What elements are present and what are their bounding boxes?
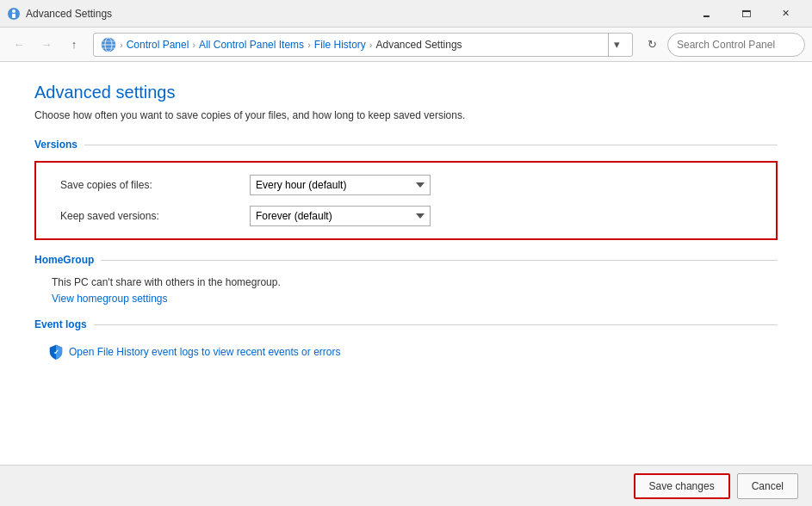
homegroup-text: This PC can't share with others in the h… <box>48 276 764 288</box>
breadcrumb-file-history[interactable]: File History <box>314 39 366 51</box>
save-copies-row: Save copies of files: Every 10 minutes E… <box>60 170 752 201</box>
event-logs-divider <box>94 324 778 325</box>
search-input[interactable] <box>667 33 805 57</box>
breadcrumb-all-items[interactable]: All Control Panel Items <box>199 39 304 51</box>
save-copies-label: Save copies of files: <box>60 179 250 191</box>
breadcrumb-advanced-settings: Advanced Settings <box>375 39 462 51</box>
shield-icon: ✓ <box>48 344 64 360</box>
save-copies-select[interactable]: Every 10 minutes Every 15 minutes Every … <box>250 175 431 195</box>
crumb-sep-0: › <box>120 40 123 50</box>
breadcrumb-control-panel[interactable]: Control Panel <box>127 39 189 51</box>
event-logs-label: Event logs <box>34 318 87 330</box>
maximize-button[interactable]: 🗖 <box>726 0 766 28</box>
event-logs-section: Event logs ✓ Open File History event log… <box>34 318 778 363</box>
homegroup-section-header: HomeGroup <box>34 254 778 266</box>
crumb-sep-2: › <box>307 40 311 50</box>
keep-versions-select[interactable]: 1 month 3 months 6 months 9 months 1 yea… <box>250 206 431 226</box>
page-title: Advanced settings <box>34 83 778 102</box>
up-button[interactable]: ↑ <box>62 33 86 57</box>
nav-bar: ← → ↑ › Control Panel › All Control Pane… <box>0 28 812 62</box>
title-bar: Advanced Settings 🗕 🗖 ✕ <box>0 0 812 28</box>
versions-content: Save copies of files: Every 10 minutes E… <box>46 170 766 231</box>
event-logs-section-header: Event logs <box>34 318 778 330</box>
homegroup-link[interactable]: View homegroup settings <box>48 293 168 305</box>
cancel-button[interactable]: Cancel <box>737 473 798 499</box>
homegroup-section: HomeGroup This PC can't share with other… <box>34 254 778 305</box>
refresh-button[interactable]: ↻ <box>640 33 664 57</box>
event-logs-content: ✓ Open File History event logs to view r… <box>34 341 778 363</box>
homegroup-label: HomeGroup <box>34 254 94 266</box>
close-button[interactable]: ✕ <box>766 0 805 28</box>
back-button[interactable]: ← <box>7 33 31 57</box>
address-bar: › Control Panel › All Control Panel Item… <box>93 33 633 57</box>
save-changes-button[interactable]: Save changes <box>634 473 730 499</box>
svg-rect-2 <box>12 14 15 18</box>
versions-box: Save copies of files: Every 10 minutes E… <box>34 161 778 240</box>
versions-section: Versions Save copies of files: Every 10 … <box>34 139 778 240</box>
homegroup-divider <box>101 260 778 261</box>
address-dropdown-button[interactable]: ▾ <box>608 33 625 57</box>
crumb-sep-1: › <box>192 40 195 50</box>
page-subtitle: Choose how often you want to save copies… <box>34 109 778 121</box>
bottom-bar: Save changes Cancel <box>0 465 812 506</box>
app-icon <box>7 7 21 21</box>
event-log-link[interactable]: Open File History event logs to view rec… <box>69 346 340 358</box>
forward-button[interactable]: → <box>34 33 59 57</box>
keep-versions-row: Keep saved versions: 1 month 3 months 6 … <box>60 201 752 231</box>
keep-versions-label: Keep saved versions: <box>60 210 250 222</box>
versions-divider <box>84 145 778 145</box>
content-area: Advanced settings Choose how often you w… <box>0 62 812 465</box>
event-log-row: ✓ Open File History event logs to view r… <box>48 341 764 363</box>
homegroup-content: This PC can't share with others in the h… <box>34 276 778 305</box>
svg-text:✓: ✓ <box>53 349 59 356</box>
minimize-button[interactable]: 🗕 <box>686 0 726 28</box>
crumb-sep-3: › <box>369 40 373 50</box>
window-controls: 🗕 🗖 ✕ <box>686 0 805 28</box>
svg-point-1 <box>12 9 15 13</box>
versions-label: Versions <box>34 139 77 151</box>
address-icon <box>101 37 116 52</box>
main-area: Advanced settings Choose how often you w… <box>0 62 812 465</box>
window-title: Advanced Settings <box>26 8 112 20</box>
versions-section-header: Versions <box>34 139 778 151</box>
